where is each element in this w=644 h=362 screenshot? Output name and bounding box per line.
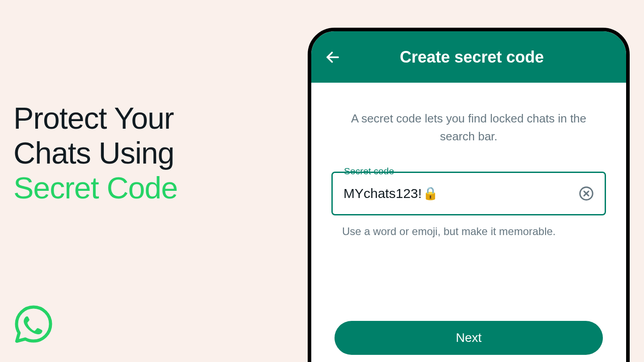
secret-code-input[interactable]: MYchats123!🔒 [331,172,606,215]
description-text: A secret code lets you find locked chats… [331,109,606,146]
screen-content: A secret code lets you find locked chats… [311,83,626,238]
headline-line-3: Secret Code [13,171,178,205]
marketing-headline: Protect Your Chats Using Secret Code [13,101,178,206]
headline-line-1: Protect Your [13,101,174,135]
helper-text: Use a word or emoji, but make it memorab… [331,225,606,238]
lock-icon: 🔒 [423,186,438,201]
next-button-label: Next [456,331,482,345]
clear-input-button[interactable] [579,186,594,201]
secret-code-value: MYchats123!🔒 [343,186,579,201]
screen-title: Create secret code [353,48,613,67]
input-text: MYchats123! [343,186,422,201]
whatsapp-icon [13,304,54,346]
headline-line-2: Chats Using [13,136,174,170]
phone-mockup: Create secret code A secret code lets yo… [308,28,630,362]
secret-code-field-wrap: Secret code MYchats123!🔒 Use a word or e… [331,172,606,238]
next-button[interactable]: Next [335,321,603,355]
app-bar: Create secret code [311,31,626,83]
back-arrow-icon[interactable] [325,49,341,65]
